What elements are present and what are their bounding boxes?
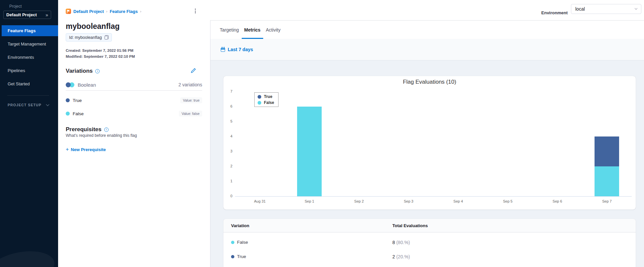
sidebar: Project Default Project » Feature FlagsT… bbox=[0, 0, 58, 267]
breadcrumb-project-link[interactable]: Default Project bbox=[73, 9, 104, 14]
environment-label: Environment bbox=[541, 10, 568, 15]
x-axis-tick-label: Sep 5 bbox=[493, 199, 523, 203]
breadcrumb: Default Project › Feature Flags › bbox=[66, 9, 141, 14]
edit-variations-icon[interactable] bbox=[191, 68, 196, 73]
project-selector-value: Default Project bbox=[6, 12, 45, 17]
sidebar-item-get-started[interactable]: Get Started bbox=[0, 78, 58, 89]
x-axis-tick-label: Sep 2 bbox=[344, 199, 374, 203]
prerequisites-description: What's required before enabling this fla… bbox=[66, 133, 137, 138]
y-axis-tick-label: 2 bbox=[223, 164, 232, 168]
environment-select[interactable]: local bbox=[571, 4, 641, 14]
flag-tabs: TargetingMetricsActivity bbox=[210, 21, 644, 39]
info-icon[interactable] bbox=[104, 128, 109, 132]
legend-label: True bbox=[264, 94, 272, 99]
variations-count: 2 variations bbox=[178, 82, 202, 87]
variation-name: False bbox=[237, 240, 248, 245]
variation-color-dot bbox=[66, 98, 70, 102]
metrics-content: Flag Evaluations (10) 01234567Aug 31Sep … bbox=[210, 61, 644, 267]
calendar-icon bbox=[221, 48, 225, 52]
flag-created-timestamp: Created: September 7, 2022 01:56 PM bbox=[66, 48, 133, 52]
boolean-type-icon bbox=[66, 82, 74, 87]
prerequisites-section-heading: Prerequisites bbox=[66, 126, 109, 133]
app: Project Default Project » Feature FlagsT… bbox=[0, 0, 644, 267]
flag-id-chip[interactable]: Id: mybooleanflag bbox=[66, 33, 112, 42]
variation-name: True bbox=[237, 254, 246, 259]
prerequisites-heading-text: Prerequisites bbox=[66, 126, 102, 133]
copy-icon[interactable] bbox=[105, 35, 109, 40]
breadcrumb-section-link[interactable]: Feature Flags bbox=[110, 9, 138, 14]
variations-heading-text: Variations bbox=[66, 68, 93, 74]
date-filter-bar: Last 7 days bbox=[210, 39, 644, 60]
y-axis-tick-label: 3 bbox=[223, 149, 232, 153]
x-axis-tick-label: Sep 6 bbox=[542, 199, 572, 203]
environment-select-value: local bbox=[575, 6, 585, 12]
evaluations-chart-card: Flag Evaluations (10) 01234567Aug 31Sep … bbox=[223, 76, 636, 210]
flag-options-menu-button[interactable] bbox=[192, 8, 198, 14]
date-range-button[interactable]: Last 7 days bbox=[221, 47, 253, 52]
new-prerequisite-label: New Prerequisite bbox=[71, 147, 106, 152]
environment-topbar: Environment local bbox=[210, 0, 644, 21]
project-setup-toggle[interactable]: PROJECT SETUP bbox=[8, 103, 49, 107]
sidebar-item-feature-flags[interactable]: Feature Flags bbox=[2, 25, 58, 36]
chart-legend: TrueFalse bbox=[254, 92, 279, 107]
y-axis-tick-label: 1 bbox=[223, 179, 232, 183]
evaluations-table-card: VariationTotal Evaluations False8 (80.%)… bbox=[223, 219, 636, 267]
table-rows: False8 (80.%)True2 (20.%) bbox=[223, 235, 636, 264]
project-selector[interactable]: Default Project » bbox=[3, 11, 51, 19]
y-axis-tick-label: 6 bbox=[223, 104, 232, 108]
y-axis-tick-label: 5 bbox=[223, 119, 232, 123]
x-axis-tick-label: Sep 1 bbox=[294, 199, 324, 203]
variation-value-chip: Value: false bbox=[179, 111, 202, 117]
chevron-down-icon bbox=[635, 7, 637, 10]
bar-false-sep-1 bbox=[297, 107, 322, 196]
sidebar-divider bbox=[7, 95, 49, 96]
sidebar-nav: Feature FlagsTarget ManagementEnvironmen… bbox=[0, 25, 58, 92]
variation-color-dot bbox=[231, 241, 234, 244]
variation-value-chip: Value: true bbox=[180, 97, 202, 103]
sidebar-item-environments[interactable]: Environments bbox=[0, 52, 58, 63]
project-setup-label: PROJECT SETUP bbox=[8, 103, 41, 107]
sidebar-item-pipelines[interactable]: Pipelines bbox=[0, 65, 58, 76]
legend-item-false[interactable]: False bbox=[258, 100, 274, 105]
variation-color-dot bbox=[66, 112, 70, 116]
flag-id-text: Id: mybooleanflag bbox=[69, 35, 102, 40]
variation-row-false: FalseValue: false bbox=[66, 111, 202, 117]
variation-type-row: Boolean 2 variations bbox=[66, 82, 202, 88]
variation-type-label: Boolean bbox=[78, 82, 96, 88]
legend-item-true[interactable]: True bbox=[258, 94, 274, 99]
table-row-false: False8 (80.%) bbox=[223, 235, 636, 249]
new-prerequisite-button[interactable]: + New Prerequisite bbox=[66, 146, 106, 152]
variation-color-dot bbox=[231, 255, 234, 258]
plus-icon: + bbox=[66, 146, 69, 152]
flag-modified-timestamp: Modified: September 7, 2022 02:10 PM bbox=[66, 54, 135, 58]
chevron-down-icon bbox=[46, 103, 49, 106]
project-label: Project bbox=[9, 4, 22, 9]
x-axis-tick-label: Sep 7 bbox=[592, 199, 622, 203]
tab-metrics[interactable]: Metrics bbox=[244, 21, 261, 39]
x-axis-tick-label: Sep 4 bbox=[443, 199, 473, 203]
variation-row-true: TrueValue: true bbox=[66, 97, 202, 103]
feature-flags-module-icon bbox=[66, 9, 71, 14]
breadcrumb-separator: › bbox=[140, 9, 141, 13]
bar-true-sep-7 bbox=[595, 136, 619, 166]
y-axis-tick-label: 0 bbox=[223, 194, 232, 198]
bar-false-sep-7 bbox=[595, 166, 619, 196]
evaluation-count: 8 (80.%) bbox=[392, 240, 636, 245]
sidebar-item-target-management[interactable]: Target Management bbox=[0, 39, 58, 49]
date-range-label: Last 7 days bbox=[228, 47, 253, 52]
legend-label: False bbox=[264, 100, 274, 105]
tab-targeting[interactable]: Targeting bbox=[220, 21, 239, 39]
info-icon[interactable] bbox=[95, 69, 100, 73]
variations-divider bbox=[66, 90, 202, 91]
legend-dot bbox=[258, 101, 261, 105]
variation-name: False bbox=[73, 111, 84, 116]
table-column-header: Total Evaluations bbox=[392, 223, 636, 228]
evaluation-count: 2 (20.%) bbox=[392, 254, 636, 259]
evaluation-percent: (20.%) bbox=[396, 254, 410, 259]
tab-activity[interactable]: Activity bbox=[266, 21, 281, 39]
x-axis-tick-label: Sep 3 bbox=[394, 199, 424, 203]
y-axis-tick-label: 7 bbox=[223, 89, 232, 93]
legend-dot bbox=[258, 95, 261, 99]
panel-divider bbox=[210, 21, 210, 267]
y-axis-tick-label: 4 bbox=[223, 134, 232, 138]
